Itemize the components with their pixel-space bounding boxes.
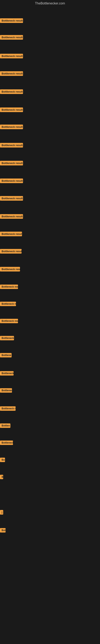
bottleneck-result-item: Bottleneck result xyxy=(0,18,23,24)
bottleneck-label: Bo xyxy=(0,458,5,462)
bottleneck-result-item: Bottleneck result xyxy=(0,249,22,254)
bottleneck-label: Bottleneck result xyxy=(0,267,20,272)
bottleneck-result-item: Bottleneck result xyxy=(0,35,23,40)
bottleneck-label: B xyxy=(0,475,3,479)
bottleneck-label: Bottleneck result xyxy=(0,143,23,148)
bottleneck-label: Bottleneck result xyxy=(0,284,18,289)
bottleneck-label: | xyxy=(0,510,3,514)
bottleneck-result-item: Bottleneck result xyxy=(0,71,23,77)
bottleneck-label: Bottlen xyxy=(0,424,10,428)
bottleneck-result-item: Bottleneck xyxy=(0,440,13,446)
bottleneck-label: Bottleneck result xyxy=(0,18,23,23)
bottleneck-result-item: Bottleneck result xyxy=(0,108,23,113)
bottleneck-result-item: Bottleneck result xyxy=(0,267,20,272)
bottleneck-result-item: Bottlenec xyxy=(0,388,12,394)
bottleneck-result-item: Bottleneck re xyxy=(0,406,16,412)
bottleneck-label: Bottleneck result xyxy=(0,249,22,254)
bottleneck-label: Bottleneck xyxy=(0,336,14,340)
bottleneck-result-item: | xyxy=(0,510,3,516)
bottleneck-label: Bottleneck result xyxy=(0,71,23,76)
bottleneck-result-item: Bottleneck result xyxy=(0,143,23,148)
bottleneck-result-item: Bottleneck result xyxy=(0,284,18,290)
bottleneck-label: Bottleneck result xyxy=(0,196,23,201)
bottleneck-label: Bottleneck result xyxy=(0,161,23,166)
bottleneck-result-item: Bottleneck result xyxy=(0,214,23,220)
bottleneck-label: Bottleneck result xyxy=(0,214,23,219)
bottleneck-result-item: Bottleneck result xyxy=(0,124,23,130)
bottleneck-result-item: Bot xyxy=(0,528,6,533)
bottleneck-result-item: Bottlene xyxy=(0,353,12,358)
bottleneck-label: Bottleneck result xyxy=(0,89,23,94)
bottleneck-result-item: Bottlen xyxy=(0,424,10,429)
bottleneck-label: Bottleneck result xyxy=(0,232,22,236)
bottleneck-label: Bottlene xyxy=(0,353,12,358)
bottleneck-label: Bottlenec xyxy=(0,388,12,393)
bottleneck-label: Bottleneck xyxy=(0,371,14,376)
bottleneck-label: Bottleneck result xyxy=(0,35,23,40)
bottleneck-result-item: Bottleneck result xyxy=(0,196,23,202)
bottleneck-label: Bottleneck re xyxy=(0,302,16,306)
bottleneck-label: Bottleneck result xyxy=(0,54,23,58)
bottleneck-result-item: Bottleneck resul xyxy=(0,319,18,324)
bottleneck-result-item: Bo xyxy=(0,458,5,463)
bottleneck-result-item: Bottleneck result xyxy=(0,54,23,59)
bottleneck-label: Bottleneck result xyxy=(0,178,23,183)
bottleneck-label: Bottleneck xyxy=(0,440,13,445)
bottleneck-result-item: Bottleneck result xyxy=(0,232,22,237)
bottleneck-result-item: Bottleneck result xyxy=(0,161,23,166)
bottleneck-label: Bottleneck re xyxy=(0,406,16,411)
bottleneck-result-item: Bottleneck xyxy=(0,371,14,376)
site-title: TheBottlenecker.com xyxy=(0,0,100,7)
bottleneck-label: Bottleneck result xyxy=(0,124,23,129)
bottleneck-label: Bottleneck result xyxy=(0,108,23,112)
bottleneck-label: Bottleneck resul xyxy=(0,319,18,323)
bottleneck-result-item: Bottleneck result xyxy=(0,178,23,184)
bottleneck-result-item: Bottleneck xyxy=(0,336,14,341)
bottleneck-label: Bot xyxy=(0,528,6,532)
bottleneck-result-item: Bottleneck result xyxy=(0,89,23,95)
bottleneck-result-item: Bottleneck re xyxy=(0,302,16,307)
bottleneck-result-item: B xyxy=(0,475,3,480)
